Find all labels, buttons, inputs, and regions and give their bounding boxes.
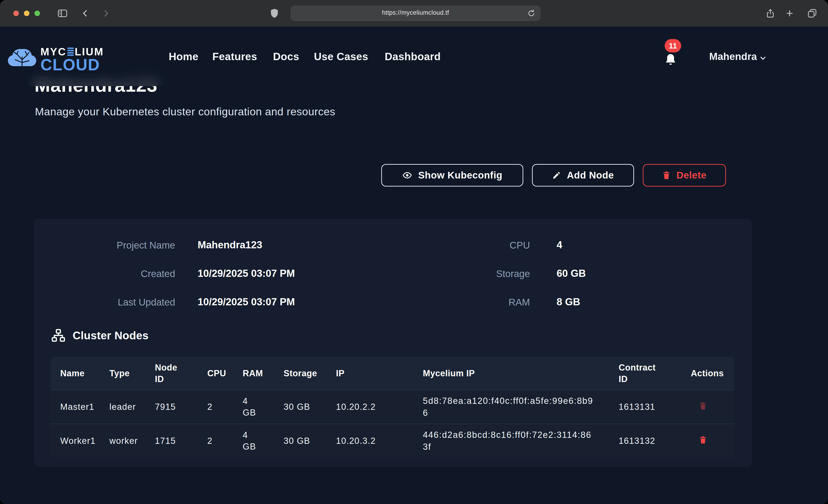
table-row: Master1 leader 7915 2 4 GB 30 GB 10.20.2… (50, 390, 734, 424)
info-label: CPU (410, 239, 530, 251)
cell-mycelium-ip: 5d8:78ea:a120:f40c:ff0f:a5fe:99e6:8b96 (423, 395, 595, 419)
chevron-down-icon (758, 53, 768, 62)
cell-type: worker (110, 436, 155, 446)
cluster-info-card: Project Name Mahendra123 Created 10/29/2… (34, 219, 752, 467)
cell-ram: 4 GB (243, 395, 284, 418)
brand-e-glyph (67, 48, 74, 56)
site-header: MYCLIUM CLOUD Home Features Docs Use Cas… (0, 27, 828, 86)
new-tab-icon[interactable] (785, 8, 795, 18)
info-value: 8 GB (556, 296, 580, 308)
screen: https://myceliumcloud.tf Mahendra123 Man… (0, 0, 828, 504)
info-value: 60 GB (556, 267, 586, 279)
col-name: Name (60, 369, 110, 378)
share-icon[interactable] (765, 8, 775, 18)
cell-storage: 30 GB (284, 402, 336, 412)
info-value: 10/29/2025 03:07 PM (198, 267, 295, 279)
sidebar-toggle-icon[interactable] (57, 8, 68, 18)
cell-type: leader (110, 402, 155, 412)
privacy-shield-icon[interactable] (269, 8, 280, 19)
tabs-overview-icon[interactable] (807, 8, 817, 18)
cell-contract-id: 1613132 (619, 436, 691, 446)
cluster-nodes-title: Cluster Nodes (73, 329, 149, 342)
user-menu[interactable]: Mahendra (709, 50, 757, 63)
brand-logo-icon (7, 48, 37, 67)
add-node-button[interactable]: Add Node (532, 164, 634, 186)
show-kubeconfig-label: Show Kubeconfig (418, 170, 503, 181)
window-zoom-button[interactable] (35, 10, 40, 16)
info-value: Mahendra123 (198, 239, 262, 251)
page-subtitle: Manage your Kubernetes cluster configura… (35, 105, 335, 118)
cell-actions (691, 402, 734, 412)
table-row: Worker1 worker 1715 2 4 GB 30 GB 10.20.3… (50, 424, 734, 458)
nav-docs[interactable]: Docs (273, 50, 299, 63)
col-ip: IP (336, 369, 423, 378)
back-button[interactable] (80, 8, 90, 18)
nav-use-cases[interactable]: Use Cases (314, 50, 368, 63)
address-bar[interactable]: https://myceliumcloud.tf (290, 5, 540, 21)
cell-cpu: 2 (207, 402, 243, 412)
cluster-nodes-table: Name Type Node ID CPU RAM Storage IP Myc… (50, 357, 734, 458)
cell-node-id: 1715 (155, 436, 207, 446)
info-label: Project Name (55, 239, 175, 251)
info-value: 10/29/2025 03:07 PM (198, 296, 295, 308)
info-value: 4 (556, 239, 562, 251)
nav-home[interactable]: Home (169, 50, 198, 63)
cell-cpu: 2 (207, 436, 243, 446)
window-minimize-button[interactable] (24, 10, 30, 16)
col-type: Type (110, 369, 155, 378)
url-text: https://myceliumcloud.tf (290, 9, 540, 16)
nav-dashboard[interactable]: Dashboard (385, 50, 441, 63)
trash-icon (662, 171, 671, 180)
page-viewport: Mahendra123 Manage your Kubernetes clust… (0, 27, 828, 504)
add-node-label: Add Node (567, 170, 614, 181)
col-actions: Actions (691, 369, 734, 378)
info-label: Created (55, 268, 175, 280)
col-ram: RAM (243, 369, 284, 378)
cell-ip: 10.20.2.2 (336, 402, 423, 412)
cell-name: Master1 (60, 402, 110, 412)
delete-node-icon[interactable] (699, 402, 707, 410)
brand-name-line2: CLOUD (40, 55, 100, 74)
cell-node-id: 7915 (155, 402, 207, 412)
cell-ram: 4 GB (243, 429, 284, 452)
window-close-button[interactable] (13, 10, 19, 16)
info-label: RAM (410, 296, 530, 308)
cell-actions (691, 435, 734, 446)
info-label: Storage (410, 268, 530, 280)
delete-label: Delete (676, 170, 707, 181)
col-mycelium-ip: Mycelium IP (423, 369, 619, 378)
col-cpu: CPU (207, 369, 243, 378)
reload-icon[interactable] (527, 9, 536, 18)
eye-icon (402, 170, 412, 180)
col-node-id: Node ID (155, 362, 207, 385)
col-contract-id: Contract ID (619, 362, 691, 385)
cell-contract-id: 1613131 (619, 402, 691, 412)
network-icon (51, 329, 65, 342)
cell-name: Worker1 (60, 436, 110, 446)
cell-storage: 30 GB (284, 436, 336, 446)
cell-ip: 10.20.3.2 (336, 436, 423, 446)
delete-button[interactable]: Delete (643, 164, 726, 186)
col-storage: Storage (284, 369, 336, 378)
cell-mycelium-ip: 446:d2a6:8bcd:8c16:ff0f:72e2:3114:863f (423, 429, 595, 453)
notifications-badge: 11 (665, 39, 681, 52)
pencil-icon (552, 171, 561, 180)
show-kubeconfig-button[interactable]: Show Kubeconfig (381, 164, 523, 186)
delete-node-icon[interactable] (699, 435, 707, 444)
cluster-actions: Show Kubeconfig Add Node Delete (381, 164, 726, 186)
nav-features[interactable]: Features (212, 50, 257, 63)
browser-window: https://myceliumcloud.tf Mahendra123 Man… (0, 0, 828, 504)
cluster-nodes-heading: Cluster Nodes (51, 329, 149, 342)
table-header-row: Name Type Node ID CPU RAM Storage IP Myc… (50, 357, 734, 390)
forward-button[interactable] (101, 8, 111, 18)
browser-toolbar: https://myceliumcloud.tf (0, 0, 828, 27)
info-label: Last Updated (55, 296, 175, 308)
notifications-bell-icon[interactable] (664, 53, 677, 67)
